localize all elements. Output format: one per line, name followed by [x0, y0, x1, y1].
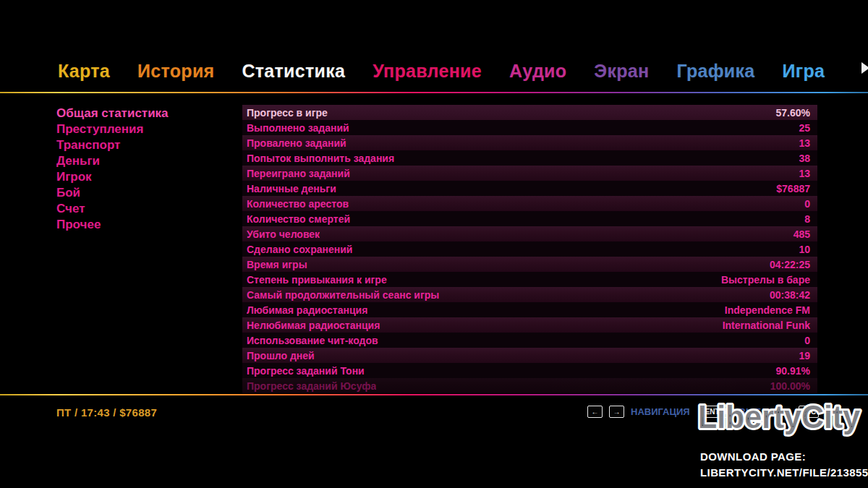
game-pause-menu: Карта История Статистика Управление Ауди…: [0, 0, 868, 488]
stat-label: Время игры: [247, 259, 307, 270]
stat-row-yusuf-progress[interactable]: Прогресс заданий Юсуфа 100.00%: [242, 378, 817, 393]
sidebar-item-money[interactable]: Деньги: [56, 153, 234, 169]
stat-value: 13: [799, 137, 810, 149]
stat-label: Нелюбимая радиостанция: [247, 320, 380, 331]
tab-display[interactable]: Экран: [594, 61, 649, 82]
stat-value: 8: [804, 213, 810, 225]
stat-label: Степень привыкания к игре: [247, 274, 387, 286]
stat-row-missions-failed[interactable]: Провалено заданий 13: [242, 135, 817, 150]
stat-value: Выстрелы в баре: [721, 274, 810, 286]
stat-label: Сделано сохранений: [247, 244, 352, 255]
stat-row-people-killed[interactable]: Убито человек 485: [242, 226, 817, 241]
menu-next-arrow-icon: [861, 62, 868, 74]
stat-label: Использование чит-кодов: [247, 335, 378, 346]
stat-value: Independence FM: [725, 304, 810, 316]
stat-label: Количество арестов: [247, 198, 349, 210]
stat-value: 57.60%: [776, 107, 810, 119]
stat-value: 25: [799, 122, 810, 134]
sidebar-item-other[interactable]: Прочее: [56, 217, 234, 233]
stat-label: Прошло дней: [247, 350, 315, 361]
tab-audio[interactable]: Аудио: [509, 61, 566, 82]
stat-value: 13: [799, 168, 810, 179]
stat-label: Самый продолжительный сеанс игры: [247, 289, 439, 301]
stat-row-mission-attempts[interactable]: Попыток выполнить задания 38: [242, 150, 817, 166]
stat-label: Наличные деньги: [247, 183, 336, 194]
sidebar-item-crimes[interactable]: Преступления: [56, 121, 234, 137]
stat-label: Прогресс заданий Тони: [247, 365, 365, 377]
sidebar-item-combat[interactable]: Бой: [56, 185, 234, 201]
stat-row-cheats-used[interactable]: Использование чит-кодов 0: [242, 333, 817, 348]
top-tab-bar: Карта История Статистика Управление Ауди…: [58, 61, 825, 82]
stats-table: Прогресс в игре 57.60% Выполнено заданий…: [242, 105, 817, 393]
stat-row-missions-replayed[interactable]: Переиграно заданий 13: [242, 166, 817, 181]
stat-value: 19: [799, 350, 810, 361]
stat-label: Убито человек: [247, 228, 320, 240]
stat-row-play-time[interactable]: Время игры 04:22:25: [242, 257, 817, 272]
stat-row-arrests[interactable]: Количество арестов 0: [242, 196, 817, 211]
stat-row-saves-made[interactable]: Сделано сохранений 10: [242, 241, 817, 257]
stat-value: 0: [804, 198, 810, 210]
day-time-money-status: ПТ / 17:43 / $76887: [56, 406, 157, 419]
tab-map[interactable]: Карта: [58, 61, 110, 82]
libertycity-logo-text: LibertyCity: [698, 399, 860, 435]
stat-label: Прогресс заданий Юсуфа: [247, 380, 376, 392]
stat-label: Любимая радиостанция: [247, 304, 367, 316]
tab-story[interactable]: История: [137, 61, 214, 82]
stat-value: 04:22:25: [770, 259, 810, 270]
download-page-watermark: DOWNLOAD PAGE: LIBERTYCITY.NET/FILE/2138…: [700, 449, 868, 481]
stat-row-deaths[interactable]: Количество смертей 8: [242, 211, 817, 226]
stat-value: 10: [799, 244, 810, 255]
stat-value: 100.00%: [770, 380, 810, 392]
stat-row-missions-completed[interactable]: Выполнено заданий 25: [242, 120, 817, 135]
stat-value: 90.91%: [776, 365, 810, 377]
tab-graphics[interactable]: Графика: [676, 61, 754, 82]
stat-label: Провалено заданий: [247, 137, 346, 149]
stat-row-cash[interactable]: Наличные деньги $76887: [242, 181, 817, 196]
stat-value: 38: [799, 153, 810, 164]
stat-row-days-passed[interactable]: Прошло дней 19: [242, 348, 817, 363]
sidebar-item-score[interactable]: Счет: [56, 201, 234, 217]
stat-value: $76887: [776, 183, 810, 194]
tab-statistics[interactable]: Статистика: [242, 61, 345, 82]
stat-label: Попыток выполнить задания: [247, 153, 394, 164]
stat-row-least-favorite-radio[interactable]: Нелюбимая радиостанция International Fun…: [242, 317, 817, 333]
stat-value: 00:38:42: [770, 289, 810, 301]
navigation-hint-label: НАВИГАЦИЯ: [631, 406, 690, 417]
stat-row-longest-session[interactable]: Самый продолжительный сеанс игры 00:38:4…: [242, 287, 817, 302]
download-page-url: LIBERTYCITY.NET/FILE/213855: [700, 465, 868, 481]
stat-value: International Funk: [723, 320, 810, 331]
download-page-label: DOWNLOAD PAGE:: [700, 449, 868, 465]
stat-row-tony-progress[interactable]: Прогресс заданий Тони 90.91%: [242, 363, 817, 378]
stats-category-sidebar: Общая статистика Преступления Транспорт …: [56, 106, 234, 233]
tab-separator-gradient-line: [0, 92, 868, 93]
left-arrow-key-icon: ←: [587, 406, 603, 418]
tab-game[interactable]: Игра: [783, 61, 825, 82]
stat-value: 0: [804, 335, 810, 346]
stat-row-favorite-radio[interactable]: Любимая радиостанция Independence FM: [242, 302, 817, 317]
stat-row-addiction-level[interactable]: Степень привыкания к игре Выстрелы в бар…: [242, 272, 817, 287]
sidebar-item-player[interactable]: Игрок: [56, 169, 234, 185]
libertycity-watermark-logo: LibertyCity: [694, 395, 864, 437]
stat-row-game-progress[interactable]: Прогресс в игре 57.60%: [242, 105, 817, 120]
sidebar-item-general-stats[interactable]: Общая статистика: [56, 106, 234, 121]
right-arrow-key-icon: →: [609, 406, 624, 418]
stat-label: Выполнено заданий: [247, 122, 349, 134]
stat-label: Переиграно заданий: [247, 168, 350, 179]
stat-value: 485: [793, 228, 810, 240]
tab-controls[interactable]: Управление: [373, 61, 482, 82]
sidebar-item-transport[interactable]: Транспорт: [56, 137, 234, 153]
stat-label: Прогресс в игре: [247, 107, 328, 119]
stat-label: Количество смертей: [247, 213, 350, 225]
